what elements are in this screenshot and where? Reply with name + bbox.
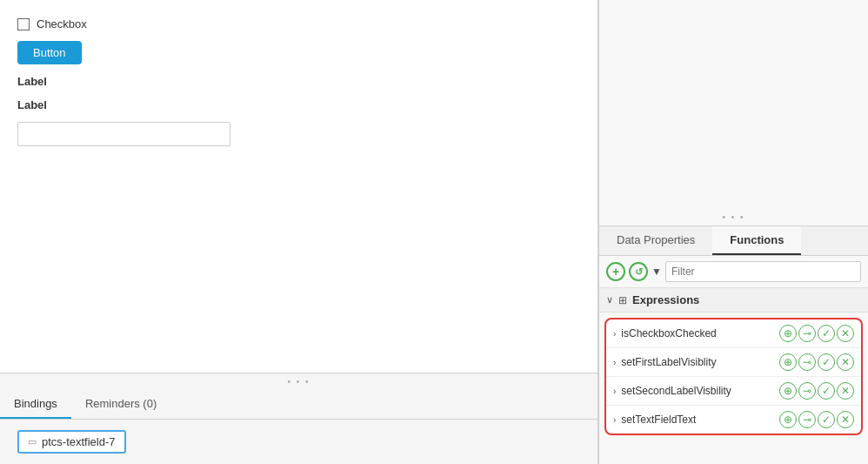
element-type-icon: ▭ [28,436,37,447]
expr-3-edit-btn[interactable]: ✓ [818,382,835,400]
expr-name-3: setSecondLabelVisbility [621,385,776,397]
expr-chevron-4-icon: › [613,415,616,425]
expr-2-add-btn[interactable]: ⊕ [779,353,797,371]
tab-data-properties[interactable]: Data Properties [599,226,712,255]
add-button[interactable]: + [606,262,625,281]
expr-item-4: › setTextFieldText ⊕ ⊸ ✓ ✕ [606,406,861,434]
bottom-tabs-bar: • • • Bindings Reminders (0) ▭ ptcs-text… [0,373,598,464]
bottom-content: ▭ ptcs-textfield-7 [0,420,598,464]
element-name-label: ptcs-textfield-7 [42,435,116,448]
expr-4-add-btn[interactable]: ⊕ [779,411,797,428]
tab-reminders[interactable]: Reminders (0) [71,390,170,419]
expr-1-add-btn[interactable]: ⊕ [779,325,797,342]
expr-3-delete-btn[interactable]: ✕ [837,382,854,400]
filter-input[interactable] [665,261,861,282]
expr-4-edit-btn[interactable]: ✓ [818,411,835,428]
expr-chevron-2-icon: › [613,358,616,367]
expr-chevron-1-icon: › [613,329,616,339]
expressions-chevron-icon: ∨ [606,294,613,306]
canvas-panel: Checkbox Button Label Label • • • Bindin… [0,0,598,464]
expr-item-2: › setFirstLabelVisiblity ⊕ ⊸ ✓ ✕ [606,348,861,377]
divider-dots: • • • [0,373,598,390]
expr-4-delete-btn[interactable]: ✕ [837,411,854,428]
expr-item-3: › setSecondLabelVisbility ⊕ ⊸ ✓ ✕ [606,377,861,406]
textfield-element[interactable] [17,122,230,146]
checkbox-row: Checkbox [17,17,580,30]
tab-bindings[interactable]: Bindings [0,390,71,419]
expr-name-4: setTextFieldText [621,414,776,426]
checkbox-element[interactable] [17,18,30,30]
expr-actions-3: ⊕ ⊸ ✓ ✕ [779,382,854,400]
filter-icon: ▼ [651,266,662,278]
toolbar-row: + ↺ ▼ [599,256,868,288]
expressions-header: ∨ ⊞ Expressions [599,288,868,313]
checkbox-label: Checkbox [37,17,87,30]
label2-element: Label [17,98,580,111]
expr-name-1: isCheckboxChecked [621,327,776,340]
right-tabs-row: Data Properties Functions [599,226,868,256]
tab-functions[interactable]: Functions [712,226,801,255]
selected-element: ▭ ptcs-textfield-7 [17,430,126,454]
expr-3-share-btn[interactable]: ⊸ [798,382,816,400]
bottom-tabs: Bindings Reminders (0) [0,390,598,420]
add-icon: + [612,266,619,278]
expr-actions-4: ⊕ ⊸ ✓ ✕ [779,411,854,428]
expr-2-delete-btn[interactable]: ✕ [837,353,854,371]
right-panel: • • • Data Properties Functions + ↺ ▼ ∨ … [598,0,868,464]
expressions-title: Expressions [632,293,699,306]
expr-2-edit-btn[interactable]: ✓ [818,353,835,371]
right-top-area: • • • [599,0,868,226]
canvas-content: Checkbox Button Label Label [0,0,598,373]
expressions-grid-icon: ⊞ [618,294,627,306]
expr-2-share-btn[interactable]: ⊸ [798,353,816,371]
expr-chevron-3-icon: › [613,387,616,396]
refresh-icon: ↺ [635,267,643,277]
expr-actions-1: ⊕ ⊸ ✓ ✕ [779,325,854,342]
expr-name-2: setFirstLabelVisiblity [621,356,776,368]
expr-1-edit-btn[interactable]: ✓ [818,325,835,342]
label1-element: Label [17,75,580,88]
expr-actions-2: ⊕ ⊸ ✓ ✕ [779,353,854,371]
expr-4-share-btn[interactable]: ⊸ [798,411,816,428]
expressions-list: › isCheckboxChecked ⊕ ⊸ ✓ ✕ › setFirstLa… [604,318,863,435]
button-element[interactable]: Button [17,41,82,64]
expr-1-delete-btn[interactable]: ✕ [837,325,854,342]
expressions-section: ∨ ⊞ Expressions › isCheckboxChecked ⊕ ⊸ … [599,288,868,464]
expr-1-share-btn[interactable]: ⊸ [798,325,816,342]
refresh-button[interactable]: ↺ [629,262,648,281]
right-divider-dots: • • • [599,209,868,225]
expr-item-1: › isCheckboxChecked ⊕ ⊸ ✓ ✕ [606,319,861,348]
expr-3-add-btn[interactable]: ⊕ [779,382,797,400]
